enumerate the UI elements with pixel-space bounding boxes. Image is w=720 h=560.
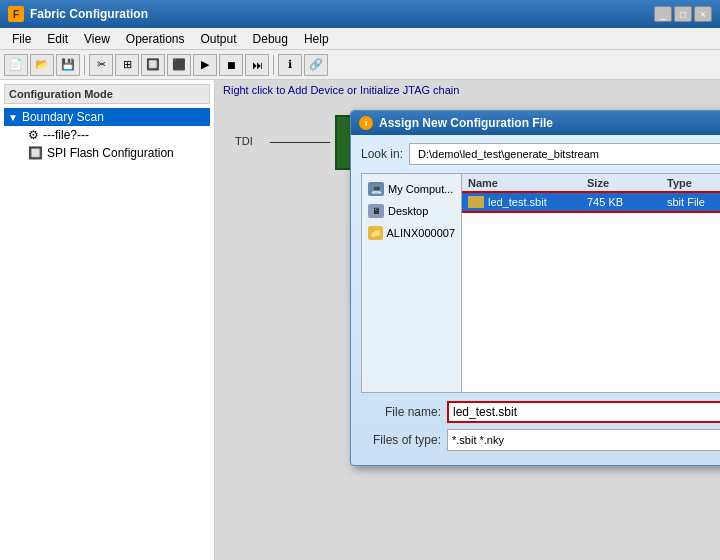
file-icon: ⚙ [28,128,39,142]
file-name-text: led_test.sbit [488,196,547,208]
files-panel: Name Size Type Date Modified led_test.sb… [462,174,720,392]
title-bar: F Fabric Configuration _ □ × [0,0,720,28]
dialog-title-text: Assign New Configuration File [379,116,720,130]
toolbar-save[interactable]: 💾 [56,54,80,76]
maximize-button[interactable]: □ [674,6,692,22]
file-type: sbit File [667,196,720,208]
menu-debug[interactable]: Debug [245,30,296,48]
file-name-cell: led_test.sbit [468,196,587,208]
file-name-label: File name: [361,405,441,419]
menu-view[interactable]: View [76,30,118,48]
col-size[interactable]: Size [587,177,667,189]
menu-operations[interactable]: Operations [118,30,193,48]
dialog-body: Look in: D:\demo\led_test\generate_bitst… [351,135,720,465]
sidebar-header: Configuration Mode [4,84,210,104]
sidebar-item-label-spi: SPI Flash Configuration [47,146,174,160]
menu-output[interactable]: Output [193,30,245,48]
col-type[interactable]: Type [667,177,720,189]
look-in-label: Look in: [361,147,403,161]
app-title: Fabric Configuration [30,7,648,21]
sidebar-item-label-file: ---file?--- [43,128,89,142]
file-row[interactable]: led_test.sbit 745 KB sbit File 2019/5/17… [462,193,720,211]
spi-icon: 🔲 [28,146,43,160]
toolbar-open[interactable]: 📂 [30,54,54,76]
toolbar: 📄 📂 💾 ✂ ⊞ 🔲 ⬛ ▶ ⏹ ⏭ ℹ 🔗 [0,50,720,80]
toolbar-info[interactable]: ℹ [278,54,302,76]
main-content: Configuration Mode ▼ Boundary Scan ⚙ ---… [0,80,720,560]
files-of-type-select[interactable]: *.sbit *.nky [447,429,720,451]
place-my-computer[interactable]: 💻 My Comput... [362,178,461,200]
toolbar-grid[interactable]: ⊞ [115,54,139,76]
look-in-select[interactable]: D:\demo\led_test\generate_bitstream [409,143,720,165]
close-button[interactable]: × [694,6,712,22]
file-name-input[interactable] [447,401,720,423]
alinx-folder-icon: 📁 [368,226,383,240]
toolbar-step[interactable]: ⏭ [245,54,269,76]
file-name-row: File name: Open [361,401,720,423]
canvas-area: Right click to Add Device or Initialize … [215,80,720,560]
place-label-computer: My Comput... [388,183,453,195]
place-alinx[interactable]: 📁 ALINX000007 [362,222,461,244]
toolbar-chip[interactable]: 🔲 [141,54,165,76]
files-of-type-label: Files of type: [361,433,441,447]
assign-config-dialog: i Assign New Configuration File ? × Look… [350,110,720,466]
toolbar-play[interactable]: ▶ [193,54,217,76]
col-name[interactable]: Name [468,177,587,189]
look-in-row: Look in: D:\demo\led_test\generate_bitst… [361,143,720,165]
app-icon: F [8,6,24,22]
toolbar-separator-1 [84,55,85,75]
sidebar-item-label-boundary: Boundary Scan [22,110,104,124]
sidebar-item-file[interactable]: ⚙ ---file?--- [24,126,210,144]
place-desktop[interactable]: 🖥 Desktop [362,200,461,222]
place-label-desktop: Desktop [388,205,428,217]
menu-bar: File Edit View Operations Output Debug H… [0,28,720,50]
minimize-button[interactable]: _ [654,6,672,22]
toolbar-separator-2 [273,55,274,75]
toolbar-cut[interactable]: ✂ [89,54,113,76]
toolbar-new[interactable]: 📄 [4,54,28,76]
desktop-icon: 🖥 [368,204,384,218]
computer-icon: 💻 [368,182,384,196]
menu-file[interactable]: File [4,30,39,48]
toolbar-stop[interactable]: ⏹ [219,54,243,76]
sidebar-item-boundary-scan[interactable]: ▼ Boundary Scan [4,108,210,126]
toolbar-extra[interactable]: 🔗 [304,54,328,76]
sidebar-item-spi[interactable]: 🔲 SPI Flash Configuration [24,144,210,162]
sidebar-sub-items: ⚙ ---file?--- 🔲 SPI Flash Configuration [4,126,210,162]
files-header: Name Size Type Date Modified [462,174,720,193]
window-controls: _ □ × [654,6,712,22]
place-label-alinx: ALINX000007 [387,227,456,239]
file-browser: 💻 My Comput... 🖥 Desktop 📁 ALINX000007 [361,173,720,393]
files-of-type-row: Files of type: *.sbit *.nky Cancel [361,429,720,451]
file-type-icon [468,196,484,208]
sidebar: Configuration Mode ▼ Boundary Scan ⚙ ---… [0,80,215,560]
dialog-overlay: i Assign New Configuration File ? × Look… [215,80,720,560]
file-size: 745 KB [587,196,667,208]
dialog-title-bar: i Assign New Configuration File ? × [351,111,720,135]
toolbar-prog[interactable]: ⬛ [167,54,191,76]
tree-collapse-icon: ▼ [8,112,18,123]
menu-help[interactable]: Help [296,30,337,48]
dialog-icon: i [359,116,373,130]
places-panel: 💻 My Comput... 🖥 Desktop 📁 ALINX000007 [362,174,462,392]
menu-edit[interactable]: Edit [39,30,76,48]
